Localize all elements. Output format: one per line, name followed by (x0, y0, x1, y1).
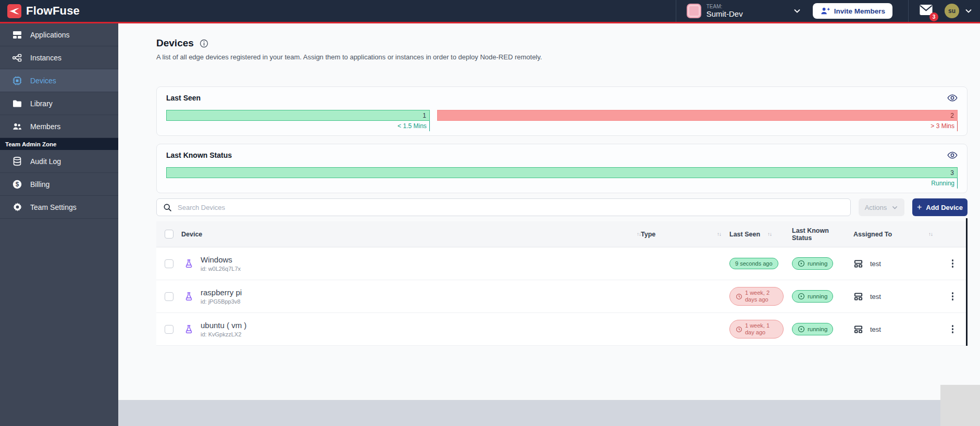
last-seen-badge: 1 week, 1 day ago (729, 320, 784, 339)
bottom-corner (940, 385, 980, 426)
chevron-down-icon (891, 204, 898, 211)
eye-icon[interactable] (947, 94, 958, 102)
flask-icon (184, 324, 194, 334)
application-icon (853, 292, 863, 302)
row-checkbox[interactable] (165, 292, 173, 301)
flask-icon (184, 259, 194, 269)
nav-divider (676, 0, 676, 22)
invite-members-label: Invite Members (834, 7, 885, 15)
sidebar-item-label: Team Settings (30, 203, 77, 211)
sort-icon[interactable]: ↑↓ (717, 231, 721, 237)
table-row[interactable]: Windows id: w0L26q7L7x 9 seconds ago run… (156, 247, 967, 280)
nav-divider (908, 0, 909, 22)
sort-icon[interactable]: ↑↓ (767, 231, 772, 237)
user-avatar[interactable]: su (945, 4, 959, 18)
chevron-down-icon (793, 7, 801, 15)
sidebar-item-label: Members (30, 122, 60, 131)
actions-label: Actions (865, 204, 887, 211)
row-checkbox[interactable] (165, 325, 173, 334)
status-badge: running (792, 323, 833, 335)
application-icon (853, 324, 863, 334)
kebab-menu-icon[interactable] (950, 257, 956, 270)
user-plus-icon (820, 6, 830, 16)
kebab-menu-icon[interactable] (950, 290, 956, 303)
status-segment-running: 3 Running (166, 167, 958, 189)
sidebar-item-label: Applications (30, 31, 70, 39)
select-all-checkbox[interactable] (165, 230, 173, 239)
status-badge: running (792, 257, 833, 270)
page-title: Devices (156, 37, 194, 49)
library-icon (12, 98, 22, 109)
add-device-button[interactable]: + Add Device (912, 198, 967, 216)
table-header-row: Device ↑↓ Type ↑↓ Last Seen ↑↓ Last Know… (156, 221, 967, 247)
sidebar: Applications Instances Devices Library M… (0, 23, 118, 426)
table-row[interactable]: raspberry pi id: jPG5Bpp3v8 1 week, 2 da… (156, 280, 967, 313)
eye-icon[interactable] (947, 151, 958, 159)
flask-icon (184, 292, 194, 302)
bar-value: 1 (166, 110, 430, 121)
sidebar-item-library[interactable]: Library (0, 92, 118, 115)
search-input[interactable] (178, 204, 844, 211)
applications-icon (12, 30, 22, 40)
sidebar-item-members[interactable]: Members (0, 115, 118, 138)
sidebar-item-label: Audit Log (30, 157, 61, 166)
clock-icon (736, 326, 742, 333)
search-icon (163, 203, 172, 212)
info-icon[interactable] (200, 39, 208, 48)
table-row[interactable]: ubuntu ( vm ) id: KvGpkzzLX2 1 week, 1 d… (156, 313, 967, 346)
user-menu-chevron-icon[interactable] (964, 7, 973, 15)
page-description: A list of all edge devices registered in… (156, 53, 967, 61)
kebab-menu-icon[interactable] (950, 323, 956, 335)
team-label: TEAM: (706, 4, 743, 9)
search-box (156, 198, 851, 216)
sort-icon[interactable]: ↑↓ (637, 231, 641, 237)
sidebar-item-team-settings[interactable]: Team Settings (0, 196, 118, 219)
sidebar-item-label: Billing (30, 180, 49, 189)
flowfuse-logo-icon (7, 4, 21, 18)
audit-log-icon (12, 156, 22, 167)
sidebar-item-audit-log[interactable]: Audit Log (0, 150, 118, 173)
clock-icon (736, 293, 742, 300)
team-name: Sumit-Dev (706, 9, 743, 18)
flowfuse-logo[interactable]: FlowFuse (7, 4, 80, 18)
sidebar-item-label: Devices (30, 77, 56, 85)
add-device-label: Add Device (926, 204, 963, 211)
device-id: id: w0L26q7L7x (201, 266, 241, 272)
billing-icon: $ (12, 179, 22, 190)
assigned-to[interactable]: test (870, 260, 881, 268)
col-header-type: Type (641, 231, 655, 238)
col-header-last-known-status: Last Known Status (792, 227, 834, 242)
row-checkbox[interactable] (165, 259, 173, 268)
device-id: id: jPG5Bpp3v8 (201, 298, 242, 305)
assigned-to[interactable]: test (870, 293, 881, 300)
bar-value: 2 (437, 110, 958, 121)
col-header-assigned-to: Assigned To (853, 231, 892, 238)
brand-name: FlowFuse (26, 4, 80, 18)
bar-label: > 3 Mins (437, 121, 958, 131)
last-seen-segment-recent: 1 < 1.5 Mins (166, 110, 430, 131)
sidebar-item-instances[interactable]: Instances (0, 46, 118, 69)
actions-button[interactable]: Actions (859, 198, 904, 216)
bar-value: 3 (166, 167, 958, 178)
invite-members-button[interactable]: Invite Members (813, 3, 892, 19)
team-selector[interactable]: TEAM: Sumit-Dev (684, 4, 804, 18)
status-badge: running (792, 290, 833, 303)
notifications-button[interactable]: 3 (919, 4, 933, 18)
bottom-strip (118, 400, 940, 426)
last-known-status-panel: Last Known Status 3 Running (156, 144, 967, 193)
sort-icon[interactable]: ↑↓ (928, 231, 933, 237)
sidebar-item-billing[interactable]: $ Billing (0, 173, 118, 196)
device-name: ubuntu ( vm ) (201, 321, 246, 330)
status-panel-title: Last Known Status (166, 151, 232, 159)
device-id: id: KvGpkzzLX2 (201, 331, 246, 337)
team-avatar (687, 4, 701, 18)
sidebar-item-devices[interactable]: Devices (0, 69, 118, 92)
team-admin-zone-header: Team Admin Zone (0, 138, 118, 150)
table-scrollbar[interactable] (966, 218, 967, 346)
gear-icon (12, 202, 22, 212)
assigned-to[interactable]: test (870, 325, 881, 333)
sidebar-item-applications[interactable]: Applications (0, 23, 118, 46)
play-circle-icon (798, 293, 805, 300)
col-header-last-seen: Last Seen (729, 231, 760, 238)
notification-count-badge: 3 (929, 12, 938, 21)
